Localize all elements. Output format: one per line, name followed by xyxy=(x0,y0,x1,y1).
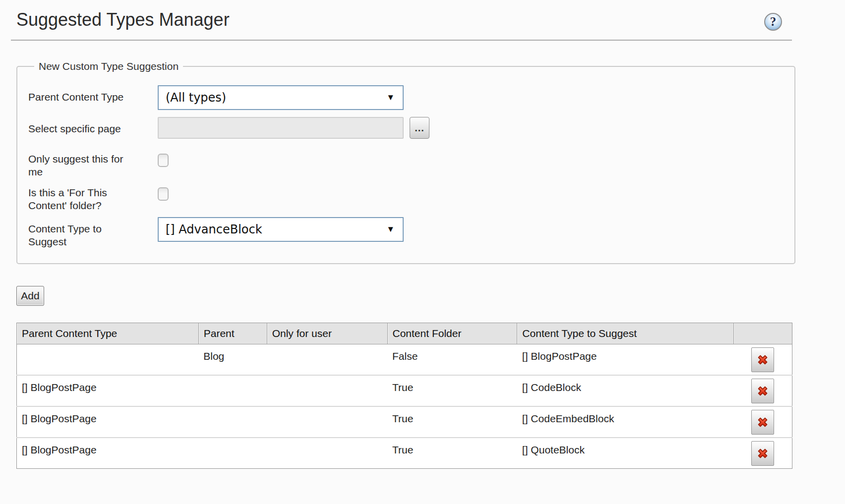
cell-actions xyxy=(734,344,792,376)
table-row: Blog False [] BlogPostPage xyxy=(17,344,792,376)
cell-content-folder: True xyxy=(387,406,517,438)
col-header-actions xyxy=(734,323,792,344)
for-this-content-row: Is this a 'For This Content' folder? xyxy=(28,185,794,212)
delete-button[interactable] xyxy=(751,441,774,466)
cell-parent: Blog xyxy=(198,344,267,376)
cell-parent xyxy=(198,406,267,438)
delete-button[interactable] xyxy=(751,347,774,372)
for-this-content-label: Is this a 'For This Content' folder? xyxy=(28,185,127,212)
suggested-types-manager-page: Suggested Types Manager ? New Custom Typ… xyxy=(0,0,845,469)
cell-content-folder: False xyxy=(387,344,517,376)
table-row: [] BlogPostPage True [] CodeEmbedBlock xyxy=(17,406,792,438)
help-icon[interactable]: ? xyxy=(764,13,782,31)
cell-content-folder: True xyxy=(387,375,517,406)
cell-content-type-to-suggest: [] QuoteBlock xyxy=(517,438,734,469)
browse-page-button[interactable]: ... xyxy=(410,117,429,139)
delete-x-icon xyxy=(755,415,770,430)
only-for-me-checkbox[interactable] xyxy=(158,154,169,167)
col-header-only-for-user: Only for user xyxy=(267,323,387,344)
ellipsis-icon: ... xyxy=(415,122,424,134)
table-header: Parent Content Type Parent Only for user… xyxy=(17,323,792,344)
content-type-to-suggest-row: Content Type to Suggest [] AdvanceBlock … xyxy=(28,217,794,248)
cell-only-for-user xyxy=(267,375,387,406)
col-header-content-type-to-suggest: Content Type to Suggest xyxy=(517,323,734,344)
cell-only-for-user xyxy=(267,344,387,376)
delete-button[interactable] xyxy=(751,379,774,403)
cell-content-type-to-suggest: [] CodeBlock xyxy=(517,375,734,406)
chevron-down-icon: ▼ xyxy=(386,224,395,234)
delete-x-icon xyxy=(755,352,770,367)
delete-x-icon xyxy=(755,446,770,461)
table-row: [] BlogPostPage True [] QuoteBlock xyxy=(17,438,792,469)
cell-parent-content-type xyxy=(17,344,199,376)
cell-parent xyxy=(198,375,267,406)
table-header-row: Parent Content Type Parent Only for user… xyxy=(17,323,792,344)
cell-actions xyxy=(734,406,792,438)
col-header-parent: Parent xyxy=(198,323,267,344)
panel-legend: New Custom Type Suggestion xyxy=(34,60,183,72)
table-row: [] BlogPostPage True [] CodeBlock xyxy=(17,375,792,406)
cell-parent xyxy=(198,438,267,469)
delete-button[interactable] xyxy=(751,410,774,435)
col-header-parent-content-type: Parent Content Type xyxy=(17,323,199,344)
parent-content-type-selected-value: (All types) xyxy=(166,91,226,105)
content-type-to-suggest-select[interactable]: [] AdvanceBlock ▼ xyxy=(158,217,404,242)
only-for-me-row: Only suggest this for me xyxy=(28,152,794,178)
add-button[interactable]: Add xyxy=(16,286,44,306)
select-specific-page-label: Select specific page xyxy=(28,117,127,135)
for-this-content-checkbox[interactable] xyxy=(158,187,169,201)
question-mark-glyph: ? xyxy=(770,15,777,29)
specific-page-input[interactable] xyxy=(158,117,404,139)
cell-actions xyxy=(734,438,792,469)
cell-actions xyxy=(734,375,792,406)
only-for-me-label: Only suggest this for me xyxy=(28,152,127,178)
cell-only-for-user xyxy=(267,406,387,438)
parent-content-type-label: Parent Content Type xyxy=(28,85,127,104)
content-type-to-suggest-selected-value: [] AdvanceBlock xyxy=(166,223,262,236)
page-title: Suggested Types Manager xyxy=(16,0,845,31)
chevron-down-icon: ▼ xyxy=(386,93,395,103)
cell-content-type-to-suggest: [] CodeEmbedBlock xyxy=(517,406,734,438)
cell-content-folder: True xyxy=(387,438,517,469)
title-divider xyxy=(11,40,792,41)
cell-parent-content-type: [] BlogPostPage xyxy=(17,406,199,438)
parent-content-type-row: Parent Content Type (All types) ▼ xyxy=(28,85,794,110)
cell-content-type-to-suggest: [] BlogPostPage xyxy=(517,344,734,376)
delete-x-icon xyxy=(755,384,770,398)
select-specific-page-row: Select specific page ... xyxy=(28,117,794,139)
content-type-to-suggest-label: Content Type to Suggest xyxy=(28,217,127,248)
new-custom-type-suggestion-panel: New Custom Type Suggestion Parent Conten… xyxy=(16,60,795,264)
suggestions-table: Parent Content Type Parent Only for user… xyxy=(16,323,792,469)
cell-parent-content-type: [] BlogPostPage xyxy=(17,375,199,406)
parent-content-type-select[interactable]: (All types) ▼ xyxy=(158,85,404,110)
cell-parent-content-type: [] BlogPostPage xyxy=(17,438,199,469)
col-header-content-folder: Content Folder xyxy=(387,323,517,344)
cell-only-for-user xyxy=(267,438,387,469)
